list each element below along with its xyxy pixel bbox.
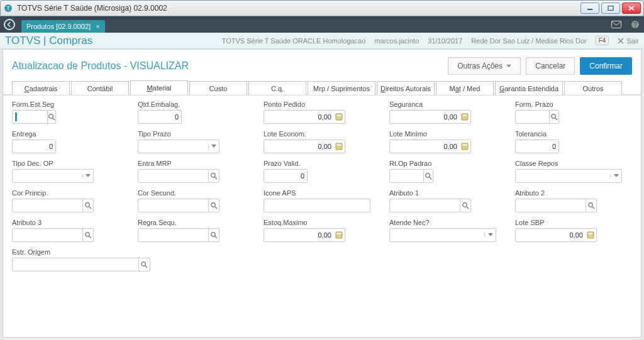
document-tab[interactable]: Produtos [02.9.0002] × (21, 20, 105, 33)
input-lote-sbp[interactable] (515, 228, 597, 242)
tab-garantia[interactable]: Garantia Estendida (495, 81, 563, 95)
field-ponto-pedido[interactable] (264, 111, 334, 123)
cancelar-button[interactable]: Cancelar (526, 57, 575, 75)
calculator-icon[interactable] (460, 111, 470, 123)
input-atributo3[interactable] (12, 228, 94, 242)
field-rt-op-padrao[interactable] (390, 170, 423, 182)
field-tipo-dec-op[interactable] (13, 170, 82, 182)
field-lote-econom[interactable] (264, 140, 334, 153)
field-atributo2[interactable] (516, 199, 586, 212)
input-rt-op-padrao[interactable] (389, 169, 433, 183)
field-icone-aps[interactable] (264, 199, 370, 212)
input-entra-mrp[interactable] (138, 169, 219, 183)
calculator-icon[interactable] (334, 111, 345, 123)
tab-outros[interactable]: Outros (564, 81, 622, 95)
search-icon[interactable] (586, 199, 596, 212)
field-entra-mrp[interactable] (138, 170, 208, 182)
input-seguranca[interactable] (389, 110, 471, 124)
help-icon[interactable]: ? (630, 19, 640, 30)
field-prazo-valid[interactable] (264, 170, 307, 182)
mail-icon[interactable] (611, 19, 621, 30)
svg-rect-6 (612, 21, 621, 28)
field-classe-repos[interactable] (516, 170, 610, 182)
input-form-est-seg[interactable] (12, 110, 56, 124)
search-icon[interactable] (423, 170, 433, 182)
field-estoq-maximo[interactable] (264, 229, 334, 241)
window-maximize-button[interactable] (601, 3, 620, 14)
calculator-icon[interactable] (334, 229, 345, 241)
calculator-icon[interactable] (586, 229, 596, 241)
field-atributo3[interactable] (13, 229, 82, 241)
field-entrega[interactable] (13, 140, 55, 153)
field-regra-sequ[interactable] (138, 229, 208, 241)
tabs-row: Cadastrais Contábil Material Custo C.q. … (3, 80, 641, 95)
tab-cadastrais[interactable]: Cadastrais (12, 81, 70, 95)
calculator-icon[interactable] (460, 140, 470, 153)
input-icone-aps[interactable] (264, 199, 370, 212)
confirmar-button[interactable]: Confirmar (580, 57, 632, 75)
search-icon[interactable] (549, 111, 558, 123)
search-icon[interactable] (82, 229, 93, 241)
chevron-down-icon[interactable] (208, 145, 219, 148)
search-icon[interactable] (208, 170, 219, 182)
field-lote-sbp[interactable] (516, 229, 586, 241)
tab-material[interactable]: Material (130, 80, 188, 95)
tab-matmed[interactable]: Mat / Med (436, 81, 494, 95)
field-tolerancia[interactable] (516, 140, 558, 153)
field-atende-nec[interactable] (390, 229, 484, 241)
back-button[interactable] (4, 19, 15, 30)
field-form-prazo[interactable] (516, 111, 549, 123)
calculator-icon[interactable] (334, 140, 345, 153)
window-minimize-button[interactable] (580, 3, 599, 14)
sair-button[interactable]: Sair (618, 37, 639, 45)
input-atende-nec[interactable] (389, 228, 496, 242)
input-atributo2[interactable] (515, 199, 597, 212)
document-tab-close-icon[interactable]: × (96, 23, 99, 30)
input-atributo1[interactable] (389, 199, 471, 212)
field-lote-minimo[interactable] (390, 140, 460, 153)
search-icon[interactable] (208, 199, 219, 212)
input-classe-repos[interactable] (515, 169, 622, 183)
tab-cq[interactable]: C.q. (248, 81, 306, 95)
search-icon[interactable] (460, 199, 470, 212)
input-qtd-embalag[interactable] (138, 110, 182, 124)
input-entrega[interactable] (12, 140, 56, 153)
svg-line-34 (592, 207, 594, 209)
field-form-est-seg[interactable] (17, 111, 47, 123)
window-close-button[interactable] (622, 3, 641, 14)
input-tipo-dec-op[interactable] (12, 169, 94, 183)
chevron-down-icon[interactable] (82, 174, 93, 178)
input-estr-origem[interactable] (12, 258, 150, 271)
input-cor-princip[interactable] (12, 199, 94, 212)
input-tolerancia[interactable] (515, 140, 559, 153)
search-icon[interactable] (47, 111, 55, 123)
field-estr-origem[interactable] (13, 258, 138, 271)
chevron-down-icon[interactable] (484, 233, 496, 237)
input-form-prazo[interactable] (515, 110, 559, 124)
input-regra-sequ[interactable] (138, 228, 219, 242)
input-ponto-pedido[interactable] (264, 110, 345, 124)
tab-mrp[interactable]: Mrp / Suprimentos (308, 81, 375, 95)
tab-custo[interactable]: Custo (189, 81, 247, 95)
field-seguranca[interactable] (390, 111, 460, 123)
input-prazo-valid[interactable] (264, 169, 308, 183)
search-icon[interactable] (138, 258, 150, 271)
input-cor-secund[interactable] (138, 199, 219, 212)
input-lote-econom[interactable] (264, 140, 345, 153)
field-tipo-prazo[interactable] (138, 140, 208, 153)
input-tipo-prazo[interactable] (138, 140, 219, 153)
f4-badge[interactable]: F4 (596, 36, 609, 45)
field-qtd-embalag[interactable] (138, 111, 181, 123)
tab-contabil[interactable]: Contábil (71, 81, 129, 95)
field-atributo1[interactable] (390, 199, 460, 212)
tab-direitos[interactable]: Direitos Autorais (377, 81, 435, 95)
svg-point-27 (86, 203, 90, 207)
field-cor-secund[interactable] (138, 199, 208, 212)
search-icon[interactable] (208, 229, 219, 241)
field-cor-princip[interactable] (13, 199, 82, 212)
input-estoq-maximo[interactable] (264, 228, 345, 242)
input-lote-minimo[interactable] (389, 140, 471, 153)
outras-acoes-button[interactable]: Outras Ações (448, 57, 521, 75)
chevron-down-icon[interactable] (610, 174, 621, 178)
search-icon[interactable] (82, 199, 93, 212)
